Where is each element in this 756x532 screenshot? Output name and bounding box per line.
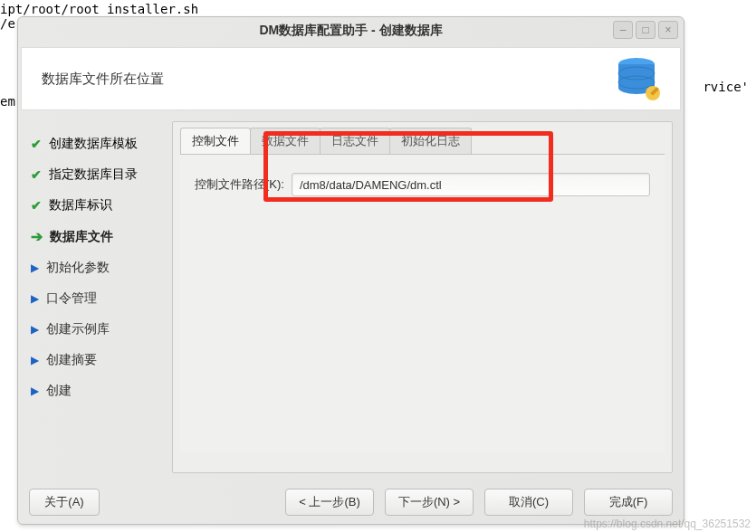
triangle-right-icon: ▶ — [31, 385, 39, 397]
terminal-text: em — [0, 94, 15, 109]
terminal-text: ipt/root/root installer.sh — [0, 2, 198, 16]
tab-init-log[interactable]: 初始化日志 — [389, 128, 472, 154]
sidebar-item-label: 数据库文件 — [50, 229, 113, 245]
sidebar-item-identity[interactable]: ✔ 数据库标识 — [29, 190, 163, 221]
maximize-button[interactable]: □ — [636, 21, 656, 39]
arrow-right-icon: ➔ — [31, 228, 43, 245]
tab-content: 控制文件路径(K): — [180, 154, 665, 452]
minimize-button[interactable]: – — [613, 21, 633, 39]
check-icon: ✔ — [31, 137, 42, 151]
sidebar-item-label: 创建数据库模板 — [49, 136, 138, 152]
sidebar-item-label: 创建摘要 — [46, 352, 97, 368]
sidebar-item-template[interactable]: ✔ 创建数据库模板 — [29, 128, 163, 159]
terminal-text: /e — [0, 16, 15, 31]
maximize-icon: □ — [642, 24, 648, 36]
sidebar-item-label: 创建示例库 — [46, 321, 110, 337]
triangle-right-icon: ▶ — [31, 292, 39, 305]
sidebar-item-label: 创建 — [46, 383, 72, 399]
window-buttons: – □ × — [613, 21, 678, 39]
close-icon: × — [665, 24, 671, 36]
tab-data-file[interactable]: 数据文件 — [250, 128, 321, 154]
control-path-input[interactable] — [292, 173, 650, 196]
sidebar-item-files[interactable]: ➔ 数据库文件 — [29, 221, 163, 252]
about-button[interactable]: 关于(A) — [29, 489, 100, 516]
content-panel: 控制文件 数据文件 日志文件 初始化日志 控制文件路径(K): — [172, 121, 673, 473]
dialog-body: ✔ 创建数据库模板 ✔ 指定数据库目录 ✔ 数据库标识 ➔ 数据库文件 ▶ 初始… — [18, 110, 684, 480]
sidebar-item-sample[interactable]: ▶ 创建示例库 — [29, 314, 163, 345]
sidebar-item-label: 指定数据库目录 — [49, 166, 138, 183]
finish-button[interactable]: 完成(F) — [584, 489, 673, 516]
sidebar: ✔ 创建数据库模板 ✔ 指定数据库目录 ✔ 数据库标识 ➔ 数据库文件 ▶ 初始… — [29, 121, 163, 473]
database-icon — [609, 53, 664, 106]
dialog-window: DM数据库配置助手 - 创建数据库 – □ × 数据库文件所在位置 ✔ 创建数据… — [17, 16, 684, 525]
close-button[interactable]: × — [658, 21, 678, 39]
sidebar-item-directory[interactable]: ✔ 指定数据库目录 — [29, 159, 163, 190]
tab-bar: 控制文件 数据文件 日志文件 初始化日志 — [173, 122, 672, 154]
sidebar-item-label: 数据库标识 — [49, 197, 112, 214]
sidebar-item-password[interactable]: ▶ 口令管理 — [29, 283, 163, 314]
control-path-label: 控制文件路径(K): — [195, 176, 284, 193]
tab-control-file[interactable]: 控制文件 — [180, 128, 251, 154]
back-button[interactable]: < 上一步(B) — [285, 489, 374, 516]
cancel-button[interactable]: 取消(C) — [484, 489, 573, 516]
sidebar-item-create[interactable]: ▶ 创建 — [29, 375, 163, 406]
next-button[interactable]: 下一步(N) > — [385, 489, 474, 516]
terminal-text: rvice' — [703, 80, 749, 94]
control-path-row: 控制文件路径(K): — [195, 173, 650, 196]
triangle-right-icon: ▶ — [31, 323, 39, 336]
sidebar-item-label: 初始化参数 — [46, 260, 110, 276]
sidebar-item-summary[interactable]: ▶ 创建摘要 — [29, 345, 163, 375]
check-icon: ✔ — [31, 198, 42, 213]
window-title: DM数据库配置助手 - 创建数据库 — [18, 23, 684, 39]
check-icon: ✔ — [31, 167, 42, 182]
triangle-right-icon: ▶ — [31, 354, 39, 366]
sidebar-item-label: 口令管理 — [46, 290, 97, 307]
sidebar-item-init-params[interactable]: ▶ 初始化参数 — [29, 252, 163, 283]
minimize-icon: – — [620, 24, 627, 36]
watermark: https://blog.csdn.net/qq_36251532 — [584, 518, 751, 530]
header-panel: 数据库文件所在位置 — [21, 47, 681, 110]
titlebar: DM数据库配置助手 - 创建数据库 – □ × — [18, 17, 684, 44]
triangle-right-icon: ▶ — [31, 261, 39, 274]
page-title: 数据库文件所在位置 — [42, 71, 164, 88]
tab-log-file[interactable]: 日志文件 — [320, 128, 390, 154]
